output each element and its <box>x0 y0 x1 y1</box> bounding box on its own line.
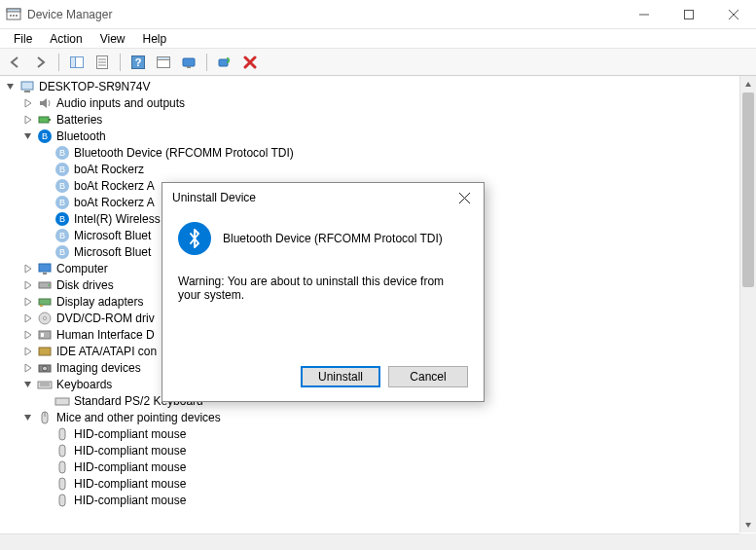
scroll-thumb[interactable] <box>742 92 754 287</box>
tree-item-batteries[interactable]: Batteries <box>0 111 756 128</box>
menu-file[interactable]: File <box>6 30 40 48</box>
dialog-device-name: Bluetooth Device (RFCOMM Protocol TDI) <box>223 232 443 245</box>
svg-point-2 <box>10 15 12 17</box>
tree-item-mouse-child[interactable]: HID-compliant mouse <box>0 475 756 492</box>
svg-point-4 <box>16 15 18 17</box>
svg-rect-24 <box>39 117 49 123</box>
svg-text:?: ? <box>135 56 142 68</box>
tree-item-mouse-child[interactable]: HID-compliant mouse <box>0 442 756 458</box>
menu-help[interactable]: Help <box>135 30 175 48</box>
svg-rect-22 <box>21 82 33 90</box>
tree-label: Human Interface D <box>56 328 155 342</box>
tree-label: Computer <box>56 262 108 275</box>
bluetooth-large-icon <box>178 222 211 255</box>
tree-item-mice[interactable]: Mice and other pointing devices <box>0 409 756 425</box>
expand-icon[interactable] <box>21 345 35 358</box>
collapse-icon[interactable] <box>21 411 35 424</box>
dvd-icon <box>37 311 53 326</box>
update-driver-button[interactable] <box>177 52 200 73</box>
tree-label: boAt Rockerz A <box>74 179 155 193</box>
bluetooth-icon: B <box>54 228 70 243</box>
close-button[interactable] <box>711 0 756 29</box>
expand-icon[interactable] <box>21 328 35 342</box>
horizontal-scrollbar[interactable] <box>0 533 739 550</box>
computer-icon <box>19 79 35 94</box>
tree-label: Mice and other pointing devices <box>56 411 221 424</box>
collapse-icon[interactable] <box>21 378 35 391</box>
scroll-track[interactable] <box>740 92 756 516</box>
titlebar: Device Manager <box>0 0 756 29</box>
tree-label: boAt Rockerz A <box>74 196 155 209</box>
svg-rect-49 <box>59 495 65 506</box>
app-icon <box>6 7 21 22</box>
tree-item-bt-rfcomm[interactable]: BBluetooth Device (RFCOMM Protocol TDI) <box>0 144 756 161</box>
help-button[interactable]: ? <box>126 52 150 73</box>
svg-rect-35 <box>41 333 44 337</box>
hid-icon <box>37 327 53 343</box>
collapse-icon[interactable] <box>21 129 35 143</box>
vertical-scrollbar[interactable] <box>739 76 756 532</box>
mouse-icon <box>54 459 70 475</box>
bluetooth-icon: B <box>54 244 70 260</box>
display-adapter-icon <box>37 294 53 310</box>
scan-hardware-button[interactable] <box>213 52 236 73</box>
mouse-icon <box>54 493 70 508</box>
uninstall-device-button[interactable] <box>238 52 262 73</box>
tree-label: Microsoft Bluet <box>74 245 151 259</box>
tree-label: Batteries <box>56 113 102 127</box>
svg-point-38 <box>43 366 48 371</box>
bluetooth-icon: B <box>54 178 70 194</box>
svg-rect-21 <box>219 59 228 66</box>
expand-icon[interactable] <box>21 96 35 110</box>
tree-label: Microsoft Bluet <box>74 229 151 242</box>
audio-icon <box>37 95 53 111</box>
tree-item-bluetooth[interactable]: B Bluetooth <box>0 128 756 144</box>
menu-view[interactable]: View <box>92 30 133 48</box>
tree-item-mouse-child[interactable]: HID-compliant mouse <box>0 492 756 508</box>
mouse-icon <box>54 426 70 442</box>
minimize-button[interactable] <box>622 0 666 29</box>
expand-icon[interactable] <box>21 262 35 275</box>
svg-point-29 <box>48 284 50 286</box>
scroll-up-icon[interactable] <box>740 76 756 92</box>
expand-icon[interactable] <box>21 113 35 127</box>
cancel-button[interactable]: Cancel <box>388 366 468 387</box>
expand-icon[interactable] <box>21 278 35 292</box>
collapse-icon[interactable] <box>4 80 18 93</box>
dialog-warning-text: Warning: You are about to uninstall this… <box>178 269 468 302</box>
toolbar: ? <box>0 49 756 76</box>
menubar: File Action View Help <box>0 29 756 49</box>
tree-label: DESKTOP-SR9N74V <box>39 80 151 93</box>
tree-item-mouse-child[interactable]: HID-compliant mouse <box>0 425 756 442</box>
expand-icon[interactable] <box>21 361 35 375</box>
svg-rect-26 <box>39 264 51 272</box>
tree-item-audio[interactable]: Audio inputs and outputs <box>0 94 756 111</box>
scroll-down-icon[interactable] <box>740 516 756 532</box>
menu-action[interactable]: Action <box>42 30 90 48</box>
dialog-close-button[interactable] <box>445 183 484 212</box>
svg-rect-10 <box>71 56 76 67</box>
bluetooth-icon: B <box>54 195 70 210</box>
forward-button[interactable] <box>29 52 53 73</box>
window-title: Device Manager <box>27 8 622 21</box>
tree-label: Bluetooth Device (RFCOMM Protocol TDI) <box>74 146 294 160</box>
tree-item-mouse-child[interactable]: HID-compliant mouse <box>0 458 756 475</box>
dialog-titlebar[interactable]: Uninstall Device <box>162 183 484 212</box>
svg-rect-42 <box>55 398 69 405</box>
svg-rect-27 <box>43 273 47 275</box>
uninstall-device-dialog: Uninstall Device Bluetooth Device (RFCOM… <box>162 182 485 402</box>
maximize-button[interactable] <box>666 0 711 29</box>
tree-label: Intel(R) Wireless <box>74 212 161 226</box>
expand-icon[interactable] <box>21 312 35 325</box>
svg-rect-34 <box>39 331 51 339</box>
back-button[interactable] <box>4 52 27 73</box>
keyboard-icon <box>54 393 70 409</box>
uninstall-button[interactable]: Uninstall <box>301 366 380 387</box>
tree-root[interactable]: DESKTOP-SR9N74V <box>0 78 756 94</box>
tree-item-bt-device[interactable]: BboAt Rockerz <box>0 161 756 177</box>
mouse-icon <box>54 476 70 492</box>
options-button[interactable] <box>152 52 175 73</box>
expand-icon[interactable] <box>21 295 35 309</box>
properties-button[interactable] <box>90 52 114 73</box>
show-hide-console-tree-button[interactable] <box>65 52 89 73</box>
